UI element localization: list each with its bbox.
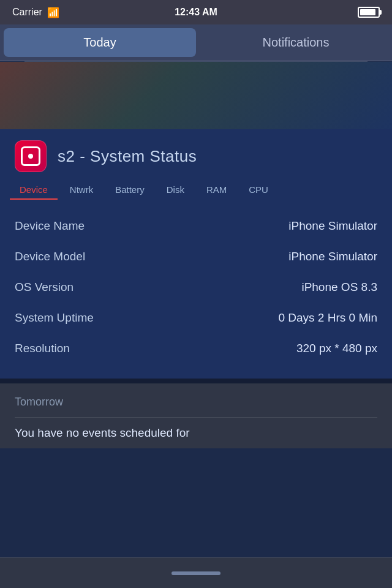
widget-tab-bar: Device Ntwrk Battery Disk RAM CPU bbox=[0, 181, 392, 200]
table-row: Device Model iPhone Simulator bbox=[15, 241, 377, 272]
widget-tab-ntwrk[interactable]: Ntwrk bbox=[60, 181, 103, 200]
widget-tab-disk[interactable]: Disk bbox=[157, 181, 194, 200]
status-time: 12:43 AM bbox=[175, 7, 217, 18]
widget-tab-ram[interactable]: RAM bbox=[197, 181, 236, 200]
widget-container: s2 - System Status Device Ntwrk Battery … bbox=[0, 129, 392, 379]
tomorrow-label: Tomorrow bbox=[15, 396, 377, 409]
battery-fill bbox=[360, 9, 375, 15]
app-title: s2 - System Status bbox=[58, 147, 197, 166]
no-events-text: You have no events scheduled for bbox=[15, 426, 377, 440]
table-row: System Uptime 0 Days 2 Hrs 0 Min bbox=[15, 303, 377, 333]
widget-tab-cpu[interactable]: CPU bbox=[239, 181, 278, 200]
tomorrow-divider bbox=[15, 417, 377, 418]
bottom-handle bbox=[172, 571, 221, 575]
table-row: OS Version iPhone OS 8.3 bbox=[15, 272, 377, 303]
tab-today[interactable]: Today bbox=[4, 28, 196, 57]
table-row: Resolution 320 px * 480 px bbox=[15, 333, 377, 364]
tab-notifications[interactable]: Notifications bbox=[200, 24, 392, 61]
section-divider bbox=[0, 379, 392, 383]
table-row: Device Name iPhone Simulator bbox=[15, 211, 377, 241]
widget-tab-device[interactable]: Device bbox=[10, 181, 58, 200]
carrier-label: Carrier bbox=[12, 7, 42, 18]
main-tab-bar: Today Notifications bbox=[0, 24, 392, 61]
battery-icon bbox=[358, 7, 380, 18]
status-battery bbox=[358, 7, 380, 18]
tomorrow-section: Tomorrow You have no events scheduled fo… bbox=[0, 383, 392, 448]
bottom-handle-area bbox=[0, 557, 392, 588]
status-carrier-wifi: Carrier 📶 bbox=[12, 7, 59, 18]
app-header: s2 - System Status bbox=[0, 129, 392, 181]
widget-tab-battery[interactable]: Battery bbox=[105, 181, 154, 200]
wifi-icon: 📶 bbox=[47, 7, 59, 18]
status-bar: Carrier 📶 12:43 AM bbox=[0, 0, 392, 24]
blur-background bbox=[0, 62, 392, 129]
app-icon bbox=[15, 140, 47, 172]
device-data-table: Device Name iPhone Simulator Device Mode… bbox=[0, 206, 392, 379]
app-icon-inner bbox=[21, 146, 40, 166]
